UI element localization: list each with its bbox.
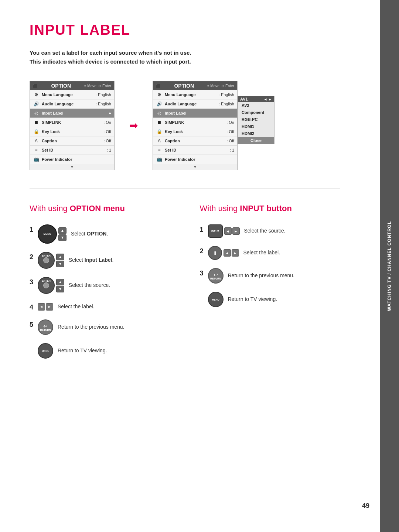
dropdown-item-hdmi2: HDMI2 [238, 130, 274, 137]
menu-row: 🔊 Audio Language : English [30, 99, 114, 109]
menu-header-right: ⬛ OPTION ✦ Move ⊙ Enter [153, 81, 237, 90]
step-1-input-text: Select the source. [244, 227, 286, 235]
power-icon: 📺 [156, 156, 163, 163]
dropdown-menu: AV1 ◄ ► AV2 Component RGB-PC HDMI1 HDMI2… [238, 96, 274, 144]
step-2-buttons: ENTER ▲ ▼ [38, 252, 64, 269]
power-icon: 📺 [33, 156, 40, 163]
dropdown-arrows: ◄ ► [263, 97, 272, 101]
sidebar: WATCHING TV / CHANNEL CONTROL [380, 0, 399, 532]
up-arrow-btn3[interactable]: ▲ [56, 279, 64, 285]
arrow-right-icon: ➡ [129, 119, 138, 132]
enter-dot [43, 257, 49, 263]
left-arrow-btn[interactable]: ◄ [38, 303, 45, 311]
menu-row: ◼ SIMPLINK : On [30, 118, 114, 127]
menu-row: A Caption : Off [153, 136, 237, 146]
down-arrow-btn[interactable]: ▼ [58, 234, 66, 241]
return-icon-input: ↩ [214, 272, 218, 277]
menu-button-last[interactable]: MENU [38, 343, 53, 359]
lr-arrow-pair: ◄ ► [38, 303, 53, 311]
step-1-input-buttons: INPUT ◄ ► [208, 224, 240, 238]
dropdown-item-component: Component [238, 109, 274, 116]
audio-icon: 🔊 [33, 101, 40, 107]
menu-row: ⚙ Menu Language : English [30, 90, 114, 99]
last-step-option: · MENU Return to TV viewing. [30, 343, 170, 359]
step-3-buttons: ENTER ▲ ▼ [38, 277, 64, 294]
up-arrow-btn2[interactable]: ▲ [56, 254, 64, 260]
input-label: INPUT [211, 230, 219, 233]
menu-box-right: ⬛ OPTION ✦ Move ⊙ Enter ⚙ Menu Language … [153, 81, 238, 170]
step-1-input: 1 INPUT ◄ ► Select the source. [200, 224, 340, 238]
step-4-buttons: ◄ ► [38, 303, 53, 311]
screenshots-row: ⬛ OPTION ✦ Move ⊙ Enter ⚙ Menu Language … [30, 81, 340, 170]
input-icon: ◎ [33, 110, 40, 116]
enter-button[interactable]: ENTER [38, 252, 55, 269]
up-down-nav3: ▲ ▼ [56, 279, 64, 292]
dropdown-close-button[interactable]: Close [238, 137, 274, 144]
lr-pair-2: ◄ ► [224, 249, 239, 257]
simplink-icon: ◼ [33, 119, 40, 126]
up-arrow-btn[interactable]: ▲ [58, 227, 66, 234]
last-step-input: · MENU Return to TV viewing. [200, 292, 340, 307]
menu-row: ≡ Set ID : 1 [30, 146, 114, 155]
menu-header-left: ⬛ OPTION ✦ Move ⊙ Enter [30, 81, 114, 90]
step-5-buttons: ↩ RETURN [38, 319, 53, 335]
keylock-icon: 🔒 [156, 128, 163, 135]
dropdown-item-hdmi1: HDMI1 [238, 123, 274, 130]
lr-pair-1: ◄ ► [224, 227, 240, 235]
settings-icon: ⚙ [156, 91, 163, 98]
right-arrow-input2[interactable]: ► [232, 249, 239, 257]
right-arrow-input1[interactable]: ► [232, 227, 240, 235]
step-3-input: 3 ↩ RETURN Return to the previous menu. [200, 268, 340, 284]
menu-row: A Caption : Off [30, 136, 114, 146]
left-arrow-input1[interactable]: ◄ [224, 227, 232, 235]
enter-button3[interactable]: ENTER [38, 277, 55, 294]
caption-icon: A [156, 138, 163, 144]
menu-row: ≡ Set ID : 1 [153, 146, 237, 155]
right-arrow-btn[interactable]: ► [46, 303, 53, 311]
menu-row: 🔒 Key Lock : Off [153, 127, 237, 136]
step-1-buttons: MENU ▲ ▼ [38, 224, 66, 244]
instructions-col-input: With using INPUT button 1 INPUT ◄ ► Sele… [185, 204, 340, 367]
menu-row: 📺 Power Indicator [153, 155, 237, 164]
menu-row: ⚙ Menu Language : English [153, 90, 237, 99]
menu-screenshot-right: ⬛ OPTION ✦ Move ⊙ Enter ⚙ Menu Language … [153, 81, 274, 170]
menu-title-left: OPTION [51, 83, 71, 89]
input-button[interactable]: INPUT [208, 224, 223, 238]
step-1-option: 1 MENU ▲ ▼ Select OPTION. [30, 224, 170, 244]
simplink-icon: ◼ [156, 119, 163, 126]
menu-row: 📺 Power Indicator [30, 155, 114, 164]
dropdown-av1: AV1 [240, 97, 263, 101]
intro-line2: This indicates which device is connected… [30, 58, 191, 65]
left-arrow-input2[interactable]: ◄ [224, 249, 231, 257]
return-button-input[interactable]: ↩ RETURN [208, 268, 224, 284]
pause-icon: ⏸ [212, 250, 217, 256]
menu-label-2: MENU [212, 298, 219, 301]
menu-title-right: OPTION [174, 83, 194, 89]
step-5-option: 5 ↩ RETURN Return to the previous menu. [30, 319, 170, 335]
menu-row-highlighted: ◎ Input Label ● [30, 109, 114, 118]
last-step-input-text: Return to TV viewing. [228, 296, 277, 303]
step-3-input-text: Return to the previous menu. [228, 272, 295, 279]
section-divider [30, 189, 340, 189]
menu-button-input-last[interactable]: MENU [208, 292, 224, 307]
last-step-text: Return to TV viewing. [58, 347, 107, 355]
pause-button[interactable]: ⏸ [208, 246, 222, 260]
menu-controls-left: ✦ Move ⊙ Enter [83, 84, 111, 88]
down-arrow-btn2[interactable]: ▼ [56, 261, 64, 267]
return-button[interactable]: ↩ RETURN [38, 319, 53, 335]
dropdown-item-rgbpc: RGB-PC [238, 116, 274, 123]
up-down-nav2: ▲ ▼ [56, 254, 64, 267]
input-icon: ◎ [156, 110, 163, 116]
return-label-input: RETURN [210, 277, 221, 280]
audio-icon: 🔊 [156, 101, 163, 107]
menu-screenshot-left: ⬛ OPTION ✦ Move ⊙ Enter ⚙ Menu Language … [30, 81, 115, 170]
down-arrow-btn3[interactable]: ▼ [56, 286, 64, 292]
menu-row: 🔊 Audio Language : English [153, 99, 237, 109]
col-title-option: With using OPTION menu [30, 204, 170, 213]
step-5-text: Return to the previous menu. [58, 323, 125, 331]
menu-button[interactable]: MENU [38, 224, 57, 244]
step-2-input-text: Select the label. [243, 249, 280, 257]
step-3-input-buttons: ↩ RETURN [208, 268, 224, 284]
step-2-input: 2 ⏸ ◄ ► Select the label. [200, 246, 340, 260]
settings-icon: ⚙ [33, 91, 40, 98]
